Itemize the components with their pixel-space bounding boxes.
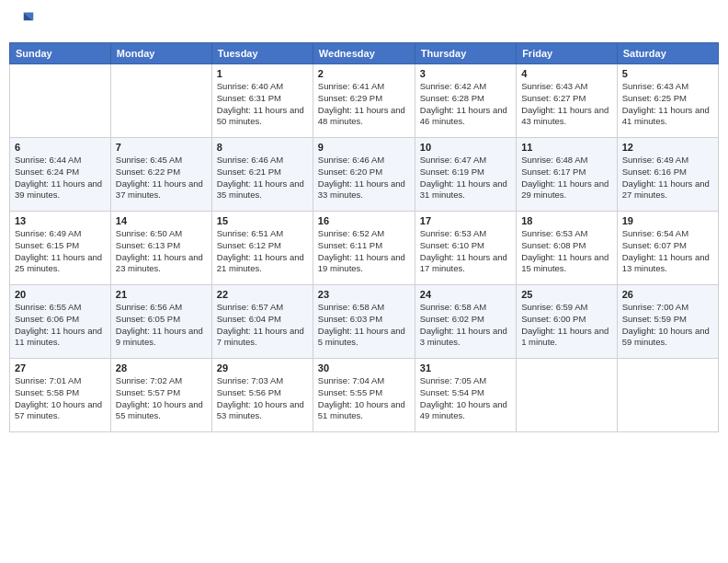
day-info: Sunrise: 6:58 AM Sunset: 6:03 PM Dayligh…: [318, 302, 410, 349]
calendar-day-header: Friday: [517, 43, 618, 64]
calendar-cell: 2Sunrise: 6:41 AM Sunset: 6:29 PM Daylig…: [313, 64, 415, 138]
day-info: Sunrise: 7:04 AM Sunset: 5:55 PM Dayligh…: [318, 375, 410, 422]
day-info: Sunrise: 6:46 AM Sunset: 6:21 PM Dayligh…: [217, 155, 308, 201]
day-number: 6: [15, 142, 106, 153]
day-number: 24: [420, 289, 511, 300]
calendar-cell: 22Sunrise: 6:57 AM Sunset: 6:04 PM Dayli…: [211, 285, 313, 359]
calendar-cell: 4Sunrise: 6:43 AM Sunset: 6:27 PM Daylig…: [517, 64, 618, 138]
day-number: 30: [318, 362, 410, 373]
calendar-day-header: Thursday: [415, 43, 516, 64]
calendar-cell: 20Sunrise: 6:55 AM Sunset: 6:06 PM Dayli…: [10, 285, 111, 359]
day-info: Sunrise: 6:42 AM Sunset: 6:28 PM Dayligh…: [420, 81, 511, 128]
day-number: 15: [217, 215, 308, 226]
calendar-cell: 13Sunrise: 6:49 AM Sunset: 6:15 PM Dayli…: [10, 212, 111, 285]
day-info: Sunrise: 6:47 AM Sunset: 6:19 PM Dayligh…: [420, 155, 511, 201]
calendar-day-header: Tuesday: [211, 43, 313, 64]
day-info: Sunrise: 7:02 AM Sunset: 5:57 PM Dayligh…: [116, 375, 207, 422]
day-number: 26: [622, 289, 713, 300]
day-number: 31: [420, 362, 511, 373]
calendar-cell: 1Sunrise: 6:40 AM Sunset: 6:31 PM Daylig…: [211, 64, 313, 138]
day-info: Sunrise: 6:49 AM Sunset: 6:16 PM Dayligh…: [622, 155, 713, 201]
day-number: 2: [318, 68, 410, 79]
calendar-table: SundayMondayTuesdayWednesdayThursdayFrid…: [9, 42, 719, 432]
day-number: 27: [15, 362, 106, 373]
day-info: Sunrise: 6:59 AM Sunset: 6:00 PM Dayligh…: [521, 302, 612, 349]
calendar-cell: 30Sunrise: 7:04 AM Sunset: 5:55 PM Dayli…: [313, 359, 415, 432]
day-info: Sunrise: 6:48 AM Sunset: 6:17 PM Dayligh…: [521, 155, 612, 201]
calendar-cell: 10Sunrise: 6:47 AM Sunset: 6:19 PM Dayli…: [415, 138, 516, 212]
calendar-cell: 18Sunrise: 6:53 AM Sunset: 6:08 PM Dayli…: [517, 212, 618, 285]
day-number: 4: [521, 68, 612, 79]
calendar-cell: 11Sunrise: 6:48 AM Sunset: 6:17 PM Dayli…: [517, 138, 618, 212]
day-info: Sunrise: 6:54 AM Sunset: 6:07 PM Dayligh…: [622, 228, 713, 275]
day-info: Sunrise: 7:05 AM Sunset: 5:54 PM Dayligh…: [420, 375, 511, 422]
calendar-day-header: Saturday: [617, 43, 718, 64]
calendar-cell: 12Sunrise: 6:49 AM Sunset: 6:16 PM Dayli…: [617, 138, 718, 212]
day-number: 18: [521, 215, 612, 226]
day-number: 14: [116, 215, 207, 226]
day-info: Sunrise: 7:00 AM Sunset: 5:59 PM Dayligh…: [622, 302, 713, 349]
calendar-cell: [517, 359, 618, 432]
day-info: Sunrise: 6:40 AM Sunset: 6:31 PM Dayligh…: [217, 81, 308, 128]
day-info: Sunrise: 6:52 AM Sunset: 6:11 PM Dayligh…: [318, 228, 410, 275]
calendar-cell: 6Sunrise: 6:44 AM Sunset: 6:24 PM Daylig…: [10, 138, 111, 212]
day-info: Sunrise: 6:57 AM Sunset: 6:04 PM Dayligh…: [217, 302, 308, 349]
calendar-cell: [110, 64, 211, 138]
calendar-cell: 14Sunrise: 6:50 AM Sunset: 6:13 PM Dayli…: [110, 212, 211, 285]
day-info: Sunrise: 6:41 AM Sunset: 6:29 PM Dayligh…: [318, 81, 410, 128]
calendar-cell: 5Sunrise: 6:43 AM Sunset: 6:25 PM Daylig…: [617, 64, 718, 138]
day-number: 1: [217, 68, 308, 79]
calendar-cell: 28Sunrise: 7:02 AM Sunset: 5:57 PM Dayli…: [110, 359, 211, 432]
day-number: 19: [622, 215, 713, 226]
calendar-cell: 26Sunrise: 7:00 AM Sunset: 5:59 PM Dayli…: [617, 285, 718, 359]
day-number: 22: [217, 289, 308, 300]
calendar-cell: 31Sunrise: 7:05 AM Sunset: 5:54 PM Dayli…: [415, 359, 516, 432]
logo-icon: [9, 9, 35, 35]
calendar-cell: 29Sunrise: 7:03 AM Sunset: 5:56 PM Dayli…: [211, 359, 313, 432]
day-number: 7: [116, 142, 207, 153]
calendar-cell: 21Sunrise: 6:56 AM Sunset: 6:05 PM Dayli…: [110, 285, 211, 359]
calendar-cell: 15Sunrise: 6:51 AM Sunset: 6:12 PM Dayli…: [211, 212, 313, 285]
day-number: 23: [318, 289, 410, 300]
calendar-day-header: Sunday: [10, 43, 111, 64]
day-info: Sunrise: 6:44 AM Sunset: 6:24 PM Dayligh…: [15, 155, 106, 201]
day-info: Sunrise: 6:55 AM Sunset: 6:06 PM Dayligh…: [15, 302, 106, 349]
calendar-cell: 17Sunrise: 6:53 AM Sunset: 6:10 PM Dayli…: [415, 212, 516, 285]
day-number: 9: [318, 142, 410, 153]
day-number: 21: [116, 289, 207, 300]
day-number: 5: [622, 68, 713, 79]
day-number: 28: [116, 362, 207, 373]
day-number: 20: [15, 289, 106, 300]
day-number: 25: [521, 289, 612, 300]
day-info: Sunrise: 6:43 AM Sunset: 6:25 PM Dayligh…: [622, 81, 713, 128]
calendar-cell: 23Sunrise: 6:58 AM Sunset: 6:03 PM Dayli…: [313, 285, 415, 359]
calendar-cell: 25Sunrise: 6:59 AM Sunset: 6:00 PM Dayli…: [517, 285, 618, 359]
day-info: Sunrise: 7:03 AM Sunset: 5:56 PM Dayligh…: [217, 375, 308, 422]
calendar-week-row: 1Sunrise: 6:40 AM Sunset: 6:31 PM Daylig…: [10, 64, 719, 138]
calendar-cell: [617, 359, 718, 432]
day-info: Sunrise: 6:49 AM Sunset: 6:15 PM Dayligh…: [15, 228, 106, 275]
day-info: Sunrise: 6:50 AM Sunset: 6:13 PM Dayligh…: [116, 228, 207, 275]
calendar-cell: 19Sunrise: 6:54 AM Sunset: 6:07 PM Dayli…: [617, 212, 718, 285]
page: SundayMondayTuesdayWednesdayThursdayFrid…: [0, 0, 728, 563]
calendar-header-row: SundayMondayTuesdayWednesdayThursdayFrid…: [10, 43, 719, 64]
calendar-cell: 16Sunrise: 6:52 AM Sunset: 6:11 PM Dayli…: [313, 212, 415, 285]
calendar-cell: 9Sunrise: 6:46 AM Sunset: 6:20 PM Daylig…: [313, 138, 415, 212]
day-info: Sunrise: 6:53 AM Sunset: 6:10 PM Dayligh…: [420, 228, 511, 275]
day-number: 10: [420, 142, 511, 153]
calendar-day-header: Monday: [110, 43, 211, 64]
day-number: 8: [217, 142, 308, 153]
calendar-week-row: 20Sunrise: 6:55 AM Sunset: 6:06 PM Dayli…: [10, 285, 719, 359]
day-info: Sunrise: 6:56 AM Sunset: 6:05 PM Dayligh…: [116, 302, 207, 349]
calendar-week-row: 6Sunrise: 6:44 AM Sunset: 6:24 PM Daylig…: [10, 138, 719, 212]
day-number: 29: [217, 362, 308, 373]
calendar-cell: 8Sunrise: 6:46 AM Sunset: 6:21 PM Daylig…: [211, 138, 313, 212]
logo: [9, 9, 39, 35]
calendar-cell: 27Sunrise: 7:01 AM Sunset: 5:58 PM Dayli…: [10, 359, 111, 432]
calendar-cell: 7Sunrise: 6:45 AM Sunset: 6:22 PM Daylig…: [110, 138, 211, 212]
calendar-cell: [10, 64, 111, 138]
day-number: 12: [622, 142, 713, 153]
day-info: Sunrise: 6:43 AM Sunset: 6:27 PM Dayligh…: [521, 81, 612, 128]
day-info: Sunrise: 6:58 AM Sunset: 6:02 PM Dayligh…: [420, 302, 511, 349]
calendar-cell: 3Sunrise: 6:42 AM Sunset: 6:28 PM Daylig…: [415, 64, 516, 138]
